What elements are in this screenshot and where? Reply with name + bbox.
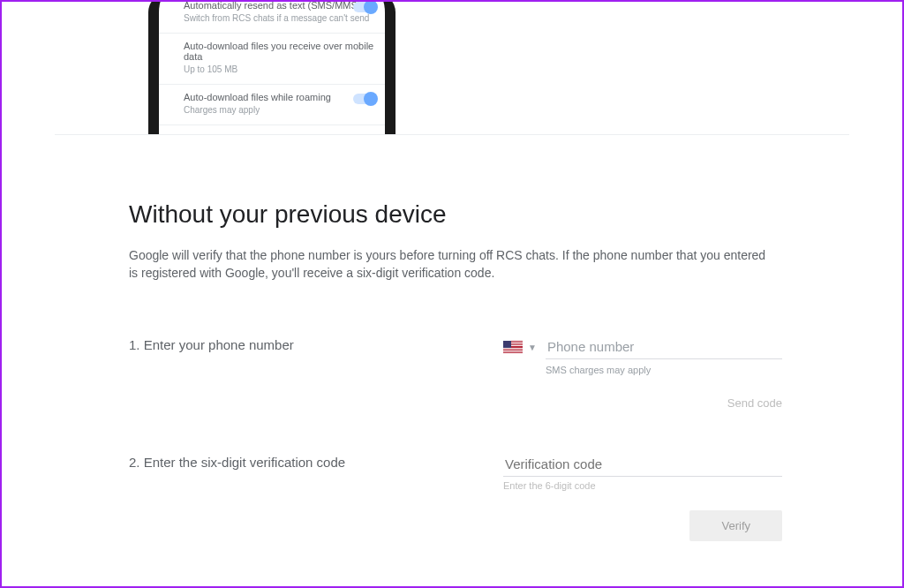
sms-charges-hint: SMS charges may apply [546,365,782,375]
setting-row-title: Auto-download files while roaming [184,92,374,102]
send-code-button[interactable]: Send code [727,396,782,410]
setting-row-sub: Charges may apply [184,104,374,116]
toggle-icon [353,94,376,104]
phone-number-input[interactable] [546,335,782,359]
setting-row-sub: Up to 105 MB [184,64,374,75]
step1-label: 1. Enter your phone number [129,335,503,352]
verify-button[interactable]: Verify [689,510,782,541]
horizontal-divider [55,134,849,135]
section-description: Google will verify that the phone number… [129,246,773,283]
chevron-down-icon[interactable]: ▼ [528,343,537,352]
verification-hint: Enter the 6-digit code [503,480,782,491]
country-flag-icon[interactable] [503,341,523,353]
device-screenshot: Automatically resend as text (SMS/MMS) S… [148,0,396,134]
verification-code-input[interactable] [503,453,782,477]
setting-row-title: Auto-download files you receive over mob… [184,41,374,62]
setting-row-sub: Switch from RCS chats if a message can't… [184,12,374,24]
section-heading: Without your previous device [129,200,782,229]
setting-row-title: Automatically resend as text (SMS/MMS) [184,0,374,11]
toggle-icon [353,2,376,12]
step2-label: 2. Enter the six-digit verification code [129,453,503,470]
